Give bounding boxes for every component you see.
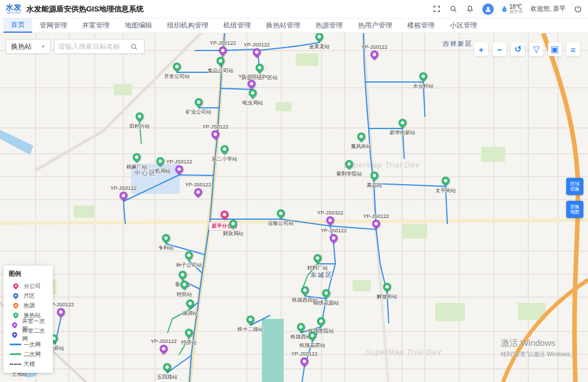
station-pin-icon [299, 356, 310, 367]
station-pin-icon [328, 232, 339, 244]
station-pin-icon [215, 55, 226, 67]
station-pin-icon [295, 321, 307, 333]
station-label: 晨风街站 [351, 143, 372, 150]
legend-item-片区: 片区 [9, 291, 48, 301]
station-pin-icon [118, 190, 129, 201]
station-pin-icon [251, 46, 262, 58]
station-label: 矿业公司站 [186, 108, 212, 116]
map-controls: +−↺▽▣≡ [474, 42, 580, 56]
nav-tab-管网管理[interactable]: 管网管理 [32, 18, 75, 33]
station-pin-icon [254, 62, 265, 73]
station-pin-icon [355, 131, 367, 142]
welcome-text: 欢迎您, 原平 [531, 5, 566, 13]
station-label: 专利站 [158, 244, 174, 252]
station-pin-icon [312, 252, 323, 264]
fullscreen-icon[interactable] [432, 5, 442, 14]
station-pin-icon [158, 343, 169, 354]
station-pin-icon [154, 155, 166, 167]
map-area[interactable]: 金美龙站YP-JS0122食品公司站YP-JS0122解放街棚户区站开发公司站水… [0, 33, 588, 382]
station-pin-icon [397, 117, 408, 128]
marker-layer: 金美龙站YP-JS0122食品公司站YP-JS0122解放街棚户区站开发公司站水… [0, 33, 588, 382]
station-pin-icon [210, 128, 221, 140]
station-label: 田村分站 [129, 123, 150, 130]
reset-view-button[interactable]: ↺ [511, 42, 525, 56]
station-label: 太平街站 [435, 187, 456, 194]
station-label: YP-JS0122 [150, 338, 177, 344]
station-pin-icon [193, 96, 204, 108]
region-switch-button[interactable]: 区域切换 [566, 178, 583, 195]
logo-subtext: SHUIFA [7, 11, 21, 14]
station-pin-icon [219, 209, 230, 220]
main-nav: 首页管网管理井室管理地图编辑组织机构管理机组管理换热站管理热源管理热用户管理楼栋… [0, 18, 588, 33]
station-label: 经济站 [181, 339, 197, 346]
legend-line-icon [10, 344, 21, 345]
station-label: YP-JS0122 [110, 185, 137, 191]
basemap-switch-button[interactable]: 切换地图 [566, 201, 583, 218]
station-pin-icon [299, 284, 311, 296]
nav-tab-热用户管理[interactable]: 热用户管理 [350, 18, 400, 33]
station-pin-icon [171, 61, 183, 72]
legend-panel: 图例 分公司片区热源换热站井室一次网井室二次网一次网二次网大模 [3, 266, 53, 373]
bell-icon[interactable] [466, 5, 475, 14]
weather-widget: 18℃ 原平市 [501, 3, 523, 15]
nav-tab-井室管理[interactable]: 井室管理 [75, 18, 117, 33]
station-pin-icon [160, 232, 172, 244]
legend-item-大模: 大模 [9, 359, 48, 369]
station-type-select[interactable]: 换热站 ▼ [6, 39, 51, 54]
station-pin-icon [381, 281, 393, 293]
search-input[interactable] [58, 42, 130, 50]
nav-tab-机组管理[interactable]: 机组管理 [216, 18, 258, 33]
station-pin-icon [370, 218, 382, 229]
zoom-in-button[interactable]: + [474, 42, 488, 56]
app-header: 水发 SHUIFA 水发能源盾安供热GIS地理信息系统 [0, 0, 588, 18]
station-label: 新华街新站 [390, 129, 416, 137]
station-label: YP-JS0322 [317, 210, 343, 216]
station-pin-icon [184, 298, 196, 309]
station-pin-icon [183, 250, 195, 261]
legend-pin-icon [12, 302, 20, 309]
app-title: 水发能源盾安供热GIS地理信息系统 [26, 4, 144, 14]
nav-tab-地图编辑[interactable]: 地图编辑 [117, 18, 160, 33]
station-pin-icon [369, 49, 380, 60]
nav-tab-小区管理[interactable]: 小区管理 [442, 18, 485, 33]
layer-settings-button[interactable]: ≡ [566, 42, 580, 56]
station-label: YP-JS0122 [243, 42, 270, 48]
station-label: 运输公司站 [268, 220, 294, 227]
station-pin-icon [183, 327, 195, 338]
side-buttons: 区域切换切换地图 [566, 178, 583, 224]
station-pin-icon [173, 163, 185, 175]
station-pin-icon [192, 186, 204, 198]
filter-button[interactable]: ▽ [529, 42, 543, 56]
windows-activation-watermark: 激活 Windows 转到"设置"以激活 Windows。 [501, 338, 575, 358]
station-label: 涵洞站 [183, 310, 198, 317]
chevron-down-icon: ▼ [41, 44, 45, 49]
logo-text: 水发 [6, 3, 22, 11]
legend-pin-icon [11, 331, 18, 338]
station-label: 食品公司站 [208, 67, 234, 75]
station-label: 开发公司站 [164, 73, 190, 80]
station-pin-icon [247, 87, 258, 99]
station-label: 轻纺站 [177, 291, 192, 298]
nav-tab-首页[interactable]: 首页 [3, 18, 32, 33]
user-avatar[interactable] [482, 3, 494, 15]
station-pin-icon [315, 315, 327, 327]
nav-tab-热源管理[interactable]: 热源管理 [308, 18, 350, 33]
overview-button[interactable]: ▣ [548, 42, 562, 56]
legend-line-icon [10, 353, 21, 355]
nav-tab-楼栋管理[interactable]: 楼栋管理 [400, 18, 442, 33]
search-submit-icon[interactable] [130, 43, 138, 50]
map-search-bar: 换热站 ▼ [6, 39, 145, 54]
city-label: 原平市 [509, 10, 523, 15]
zoom-out-button[interactable]: − [493, 42, 506, 56]
station-pin-icon [55, 306, 67, 318]
station-label: 五四路站 [157, 373, 177, 381]
station-label: YP-JS0122 [202, 124, 229, 130]
station-pin-icon [369, 170, 380, 181]
nav-tab-组织机构管理[interactable]: 组织机构管理 [160, 18, 216, 33]
station-label: 金美龙站 [309, 43, 330, 50]
station-label: 财政局站 [223, 230, 243, 237]
station-pin-icon [217, 45, 229, 56]
nav-tab-换热站管理[interactable]: 换热站管理 [258, 18, 308, 33]
logout-icon[interactable] [573, 5, 582, 14]
search-icon[interactable] [449, 5, 458, 14]
